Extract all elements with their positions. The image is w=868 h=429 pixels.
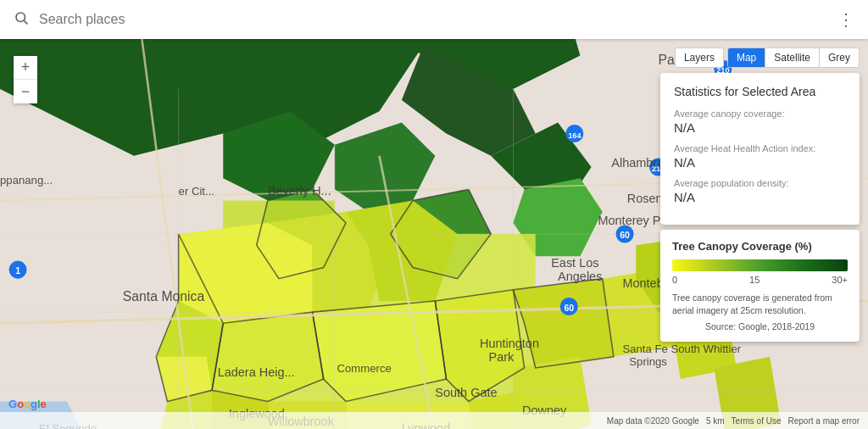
- svg-text:Angeles: Angeles: [558, 270, 602, 283]
- svg-text:er Cit...: er Cit...: [179, 185, 214, 198]
- search-icon: [14, 10, 29, 30]
- header-bar: ⋮: [0, 0, 868, 39]
- avg-pop-value: N/A: [674, 190, 846, 204]
- stats-title: Statistics for Selected Area: [674, 85, 846, 98]
- svg-text:Commerce: Commerce: [337, 362, 391, 375]
- svg-point-0: [16, 13, 25, 22]
- legend-label-30: 30+: [832, 275, 848, 285]
- svg-text:Beverly H...: Beverly H...: [268, 184, 331, 198]
- svg-text:164: 164: [568, 131, 581, 140]
- google-o2: o: [24, 398, 31, 410]
- svg-text:1: 1: [15, 265, 20, 276]
- avg-pop-row: Average population density: N/A: [674, 178, 846, 204]
- zoom-out-button[interactable]: −: [14, 80, 37, 103]
- map-data-credit: Map data ©2020 Google: [607, 416, 699, 426]
- google-g: G: [8, 398, 17, 410]
- svg-text:Park: Park: [488, 350, 515, 364]
- svg-text:60: 60: [620, 230, 630, 240]
- legend-source: Source: Google, 2018-2019: [672, 321, 848, 332]
- avg-canopy-label: Average canopy coverage:: [674, 109, 846, 119]
- svg-text:Santa Fe South Whittier: Santa Fe South Whittier: [622, 343, 741, 355]
- google-g2: g: [31, 398, 37, 410]
- legend-card: Tree Canopy Coverage (%) 0 15 30+ Tree c…: [660, 230, 860, 342]
- avg-heat-row: Average Heat Health Action index: N/A: [674, 143, 846, 170]
- search-input[interactable]: [39, 12, 837, 27]
- google-logo: Google: [8, 398, 47, 410]
- svg-text:Springs: Springs: [629, 355, 667, 368]
- zoom-controls: + −: [14, 56, 37, 103]
- map-type-map-button[interactable]: Map: [728, 48, 765, 67]
- layers-button[interactable]: Layers: [675, 47, 724, 68]
- legend-gradient: [672, 259, 848, 271]
- google-o1: o: [17, 398, 24, 410]
- svg-text:Santa Monica: Santa Monica: [123, 289, 205, 304]
- svg-text:Huntington: Huntington: [480, 337, 539, 350]
- terms-of-use-link[interactable]: Terms of Use: [732, 416, 782, 426]
- map-container[interactable]: 60 60 210 210 605 1 164 164 210 Glendale…: [0, 39, 868, 429]
- report-map-error-link[interactable]: Report a map error: [788, 416, 860, 426]
- more-options-icon[interactable]: ⋮: [837, 9, 854, 30]
- map-type-group: Map Satellite Grey: [727, 47, 860, 68]
- map-type-satellite-button[interactable]: Satellite: [765, 48, 820, 67]
- avg-heat-label: Average Heat Health Action index:: [674, 143, 846, 153]
- google-e: e: [41, 398, 47, 410]
- map-type-bar: Layers Map Satellite Grey: [660, 47, 860, 68]
- avg-canopy-value: N/A: [674, 120, 846, 135]
- svg-text:Alhambra: Alhambra: [611, 156, 665, 170]
- svg-text:East Los: East Los: [551, 256, 598, 270]
- stats-card: Statistics for Selected Area Average can…: [660, 73, 860, 225]
- legend-label-15: 15: [749, 275, 760, 285]
- scale-label: 5 km: [706, 416, 725, 426]
- avg-pop-label: Average population density:: [674, 178, 846, 188]
- avg-heat-value: N/A: [674, 155, 846, 170]
- legend-label-0: 0: [672, 275, 677, 285]
- svg-text:Ladera Heig...: Ladera Heig...: [218, 365, 295, 379]
- svg-text:South Gate: South Gate: [435, 386, 497, 399]
- svg-line-1: [24, 20, 27, 24]
- legend-title: Tree Canopy Coverage (%): [672, 240, 848, 253]
- map-type-grey-button[interactable]: Grey: [820, 48, 859, 67]
- legend-labels: 0 15 30+: [672, 275, 848, 285]
- zoom-in-button[interactable]: +: [14, 56, 37, 80]
- avg-canopy-row: Average canopy coverage: N/A: [674, 109, 846, 135]
- legend-note: Tree canopy coverage is generated from a…: [672, 292, 848, 316]
- svg-text:60: 60: [564, 303, 574, 313]
- map-footer: Map data ©2020 Google 5 km Terms of Use …: [0, 412, 868, 429]
- right-panel: Layers Map Satellite Grey Statistics for…: [660, 47, 860, 342]
- svg-text:ppanang...: ppanang...: [0, 174, 53, 187]
